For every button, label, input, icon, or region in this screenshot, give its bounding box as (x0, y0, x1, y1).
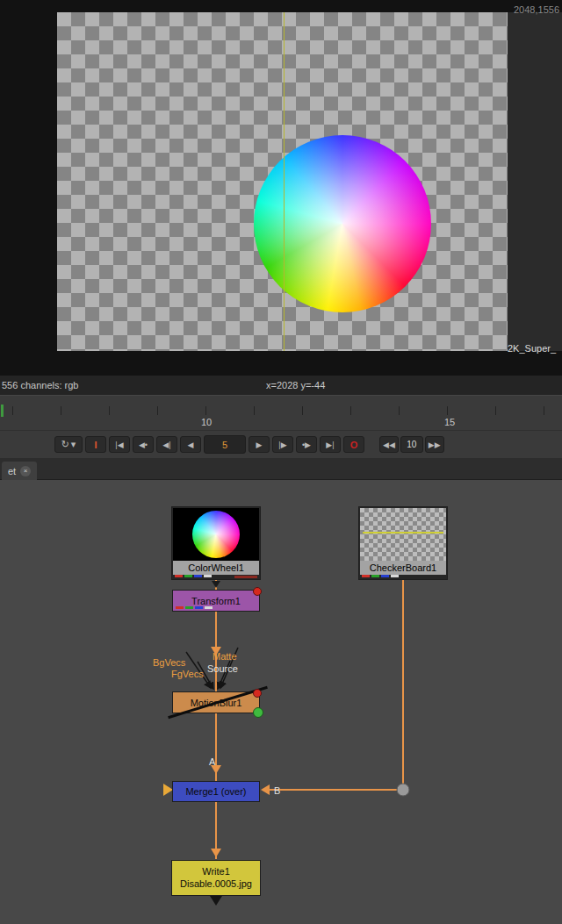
play-backward-button[interactable]: ◀ (180, 436, 201, 453)
write-output-stub[interactable] (210, 896, 222, 906)
chevron-down-icon: ▾ (71, 439, 76, 450)
panel-tab-bar: et × (0, 458, 562, 480)
channel-strips (176, 606, 213, 610)
next-keyframe-button[interactable]: •▶ (296, 436, 317, 453)
merge-input-a-label: A (209, 756, 215, 767)
checkerboard-guide-line (363, 532, 443, 534)
error-indicator-dot (253, 689, 262, 698)
tab-label: et (8, 466, 16, 476)
colorwheel1-label: ColorWheel1 (173, 561, 259, 575)
tick-label-15: 15 (444, 417, 455, 427)
expression-indicator-dot (253, 707, 263, 718)
elbow-dot[interactable] (397, 784, 409, 796)
checkerboard-preview (360, 508, 446, 561)
node-motionblur1[interactable]: MotionBlur1 (172, 691, 260, 713)
checkerboard1-thumbnail (360, 508, 446, 561)
node-graph-tab[interactable]: et × (2, 462, 37, 480)
colorwheel1-thumbnail (173, 508, 259, 561)
fps-increment-button[interactable]: ▶▶ (425, 436, 444, 453)
viewer-panel: 2048,1556 2K_Super_ (0, 0, 562, 376)
resolution-label: 2048,1556 (514, 4, 559, 15)
dag-connections (0, 480, 562, 924)
prev-keyframe-button[interactable]: ◀• (133, 436, 154, 453)
viewer-guide-line (284, 12, 285, 351)
merge-input-b-label: B (274, 785, 280, 796)
write-input-arrowhead (211, 849, 221, 857)
transform-input-arrowhead (212, 581, 220, 588)
colorwheel-preview (192, 511, 240, 558)
timeline-ticks (0, 406, 562, 415)
cursor-coords-label: x=2028 y=-44 (266, 380, 325, 390)
checkerboard1-label: CheckerBoard1 (360, 561, 446, 575)
next-frame-button[interactable]: |▶ (272, 436, 293, 453)
node-graph[interactable]: ColorWheel1 CheckerBoard1 Transform1 Mot… (0, 480, 562, 924)
playback-loop-button[interactable]: ↻▾ (54, 436, 83, 453)
error-indicator-dot (253, 587, 262, 596)
node-transform1[interactable]: Transform1 (172, 590, 260, 612)
tick-label-10: 10 (201, 417, 212, 427)
fgvecs-input-label: FgVecs (171, 669, 204, 679)
write1-filename: Disable.0005.jpg (180, 878, 252, 891)
transport-bar: ↻▾ I |◀ ◀• ◀| ◀ 5 ▶ |▶ •▶ ▶| O ◀◀ 10 ▶▶ (0, 430, 562, 458)
close-icon[interactable]: × (20, 466, 31, 476)
fps-decrement-button[interactable]: ◀◀ (379, 436, 399, 453)
frame-range-button[interactable]: I (85, 436, 106, 453)
node-checkerboard1[interactable]: CheckerBoard1 (358, 506, 448, 580)
format-label: 2K_Super_ (508, 343, 556, 354)
viewer-status-bar: 556 channels: rgb x=2028 y=-44 (0, 376, 562, 395)
fps-field[interactable]: 10 (400, 436, 423, 453)
first-frame-button[interactable]: |◀ (109, 436, 130, 453)
node-write1[interactable]: Write1 Disable.0005.jpg (171, 860, 261, 896)
current-frame-field[interactable]: 5 (204, 435, 246, 454)
channel-strips (175, 575, 212, 578)
record-button[interactable]: O (343, 436, 364, 453)
timeline-ruler[interactable]: 10 15 (0, 395, 562, 430)
loop-icon: ↻ (61, 439, 69, 450)
prev-frame-button[interactable]: ◀| (156, 436, 177, 453)
node-merge1[interactable]: Merge1 (over) (172, 781, 260, 802)
write1-label: Write1 (202, 866, 230, 878)
transform1-label: Transform1 (191, 596, 241, 606)
merge-b-arrowhead (261, 784, 270, 795)
node-colorwheel1[interactable]: ColorWheel1 (171, 506, 261, 580)
channel-strip-alpha (234, 576, 257, 578)
source-input-label: Source (207, 663, 238, 674)
last-frame-button[interactable]: ▶| (320, 436, 341, 453)
viewer-viewport[interactable] (57, 12, 508, 351)
matte-input-label: Matte (213, 651, 237, 662)
viewer-right-margin (508, 12, 562, 351)
channel-strips (362, 575, 399, 578)
play-forward-button[interactable]: ▶ (249, 436, 270, 453)
merge1-label: Merge1 (over) (185, 786, 246, 797)
bgvecs-input-label: BgVecs (153, 657, 185, 668)
colorwheel-image (254, 135, 431, 312)
fps-controls: ◀◀ 10 ▶▶ (379, 436, 444, 453)
channels-label: 556 channels: rgb (2, 380, 78, 390)
